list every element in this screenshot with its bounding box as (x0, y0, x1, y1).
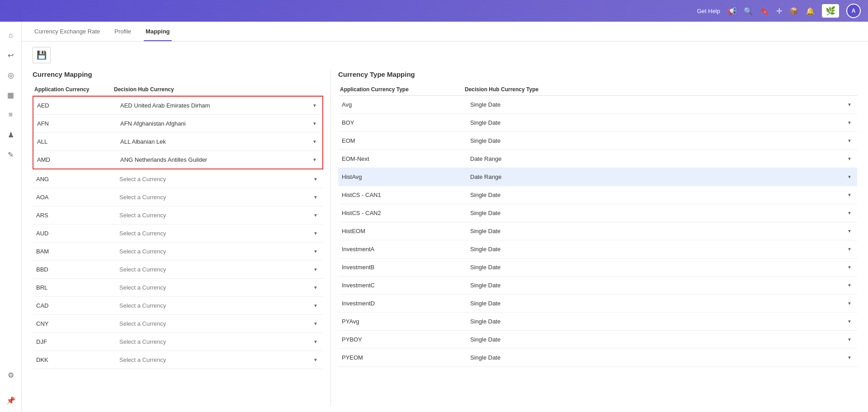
chevron-down-icon: ▼ (312, 103, 317, 108)
sidebar-item-edit[interactable]: ✎ (3, 146, 19, 163)
sidebar-item-settings[interactable]: ⚙ (3, 367, 19, 383)
table-row: HistEOM Single Date ▼ (338, 222, 857, 240)
sidebar-item-back[interactable]: ↩ (3, 47, 19, 63)
avatar-button[interactable]: A (846, 4, 861, 18)
cell-decision-currency: ALL Albanian Lek ▼ (117, 136, 321, 147)
dropdown-value: Select a Currency (119, 194, 313, 201)
dropdown-histavg[interactable]: Date Range ▼ (467, 171, 855, 183)
dropdown-aed[interactable]: AED United Arab Emirates Dirham ▼ (117, 100, 321, 111)
dropdown-ars[interactable]: Select a Currency ▼ (116, 210, 321, 221)
dropdown-djf[interactable]: Select a Currency ▼ (116, 336, 321, 347)
cell-decision-currency: Select a Currency ▼ (116, 192, 321, 203)
dropdown-investmentc[interactable]: Single Date ▼ (467, 280, 855, 291)
cell-decision-type: Single Date ▼ (467, 280, 855, 291)
table-row: Avg Single Date ▼ (338, 96, 857, 114)
tab-mapping[interactable]: Mapping (144, 23, 171, 41)
dropdown-boy[interactable]: Single Date ▼ (467, 117, 855, 128)
cell-app-type: HistAvg (340, 173, 467, 180)
chevron-down-icon: ▼ (847, 337, 852, 342)
dropdown-value: Single Date (470, 119, 847, 126)
table-row: InvestmentA Single Date ▼ (338, 240, 857, 258)
cell-decision-currency: ANG Netherlands Antilles Guilder ▼ (117, 154, 321, 165)
dropdown-value: Single Date (470, 282, 847, 289)
announcement-icon[interactable]: 📢 (727, 7, 736, 15)
currency-mapping-panel: Currency Mapping Application Currency De… (33, 70, 331, 407)
chevron-down-icon: ▼ (313, 231, 318, 236)
dropdown-pyavg[interactable]: Single Date ▼ (467, 316, 855, 327)
cell-app-type: InvestmentB (340, 264, 467, 271)
col-decision-currency-header: Decision Hub Currency (114, 86, 318, 93)
get-help-link[interactable]: Get Help (697, 8, 720, 14)
bell-icon[interactable]: 🔔 (806, 7, 815, 15)
cell-app-type: PYEOM (340, 354, 467, 361)
dropdown-brl[interactable]: Select a Currency ▼ (116, 282, 321, 293)
cell-decision-type: Date Range ▼ (467, 171, 855, 183)
chevron-down-icon: ▼ (313, 303, 318, 308)
table-row: AMD ANG Netherlands Antilles Guilder ▼ (33, 151, 322, 169)
content-area: Currency Exchange Rate Profile Mapping 💾… (22, 22, 868, 412)
table-row: PYEOM Single Date ▼ (338, 349, 857, 367)
dropdown-investmentb[interactable]: Single Date ▼ (467, 262, 855, 273)
cell-decision-currency: Select a Currency ▼ (116, 354, 321, 365)
save-button[interactable]: 💾 (33, 47, 51, 63)
cell-decision-currency: Select a Currency ▼ (116, 282, 321, 293)
cell-app-currency: BRL (34, 284, 116, 291)
table-row: PYAvg Single Date ▼ (338, 313, 857, 331)
bookmark-icon[interactable]: 🔖 (760, 7, 769, 15)
table-row: DKK Select a Currency ▼ (33, 351, 323, 369)
table-row: InvestmentC Single Date ▼ (338, 276, 857, 295)
table-row: InvestmentB Single Date ▼ (338, 258, 857, 276)
sidebar-item-list[interactable]: ≡ (3, 107, 19, 123)
logo-icon: 🌿 (826, 6, 835, 16)
sidebar-item-grid[interactable]: ▦ (3, 87, 19, 103)
dropdown-bbd[interactable]: Select a Currency ▼ (116, 264, 321, 275)
currency-mapping-body: AED AED United Arab Emirates Dirham ▼ AF… (33, 96, 323, 407)
search-icon[interactable]: 🔍 (744, 7, 753, 15)
compass-icon[interactable]: ✛ (776, 7, 782, 15)
sidebar-item-home[interactable]: ⌂ (3, 27, 19, 43)
dropdown-cny[interactable]: Select a Currency ▼ (116, 318, 321, 329)
chevron-down-icon: ▼ (313, 177, 318, 182)
tab-currency-exchange-rate[interactable]: Currency Exchange Rate (33, 23, 102, 41)
main-layout: ⌂ ↩ ◎ ▦ ≡ ♟ ✎ ⚙ 📌 Currency Exchange Rate… (0, 22, 868, 412)
cell-decision-currency: Select a Currency ▼ (116, 318, 321, 329)
sidebar-item-target[interactable]: ◎ (3, 67, 19, 83)
dropdown-investmenta[interactable]: Single Date ▼ (467, 243, 855, 255)
dropdown-amd[interactable]: ANG Netherlands Antilles Guilder ▼ (117, 154, 321, 165)
chevron-down-icon: ▼ (312, 157, 317, 162)
dropdown-cad[interactable]: Select a Currency ▼ (116, 300, 321, 311)
dropdown-eom[interactable]: Single Date ▼ (467, 135, 855, 146)
tab-profile[interactable]: Profile (113, 23, 133, 41)
sidebar-item-user[interactable]: ♟ (3, 126, 19, 143)
dropdown-histcs-can1[interactable]: Single Date ▼ (467, 189, 855, 201)
dropdown-all[interactable]: ALL Albanian Lek ▼ (117, 136, 321, 147)
cell-decision-currency: Select a Currency ▼ (116, 246, 321, 257)
dropdown-aoa[interactable]: Select a Currency ▼ (116, 192, 321, 203)
dropdown-afn[interactable]: AFN Afghanistan Afghani ▼ (117, 118, 321, 129)
chevron-down-icon: ▼ (313, 249, 318, 254)
chevron-down-icon: ▼ (847, 265, 852, 270)
dropdown-bam[interactable]: Select a Currency ▼ (116, 246, 321, 257)
dropdown-eom-next[interactable]: Date Range ▼ (467, 153, 855, 164)
dropdown-pyboy[interactable]: Single Date ▼ (467, 334, 855, 345)
table-row: CNY Select a Currency ▼ (33, 315, 323, 333)
box-icon[interactable]: 📦 (789, 7, 798, 15)
dropdown-value: Select a Currency (119, 302, 313, 309)
sidebar-item-pin[interactable]: 📌 (3, 392, 19, 408)
dropdown-pyeom[interactable]: Single Date ▼ (467, 352, 855, 363)
table-row: ARS Select a Currency ▼ (33, 206, 323, 225)
dropdown-avg[interactable]: Single Date ▼ (467, 99, 855, 110)
dropdown-ang[interactable]: Select a Currency ▼ (116, 173, 321, 185)
dropdown-value: Single Date (470, 101, 847, 108)
cell-app-currency: AUD (34, 230, 116, 237)
dropdown-histeom[interactable]: Single Date ▼ (467, 225, 855, 237)
cell-app-type: EOM-Next (340, 155, 467, 162)
dropdown-aud[interactable]: Select a Currency ▼ (116, 228, 321, 239)
cell-app-currency: BBD (34, 266, 116, 273)
dropdown-histcs-can2[interactable]: Single Date ▼ (467, 207, 855, 219)
dropdown-dkk[interactable]: Select a Currency ▼ (116, 354, 321, 365)
cell-decision-type: Single Date ▼ (467, 117, 855, 128)
table-row: BRL Select a Currency ▼ (33, 279, 323, 297)
table-row: ANG Select a Currency ▼ (33, 170, 323, 188)
dropdown-investmentd[interactable]: Single Date ▼ (467, 298, 855, 309)
